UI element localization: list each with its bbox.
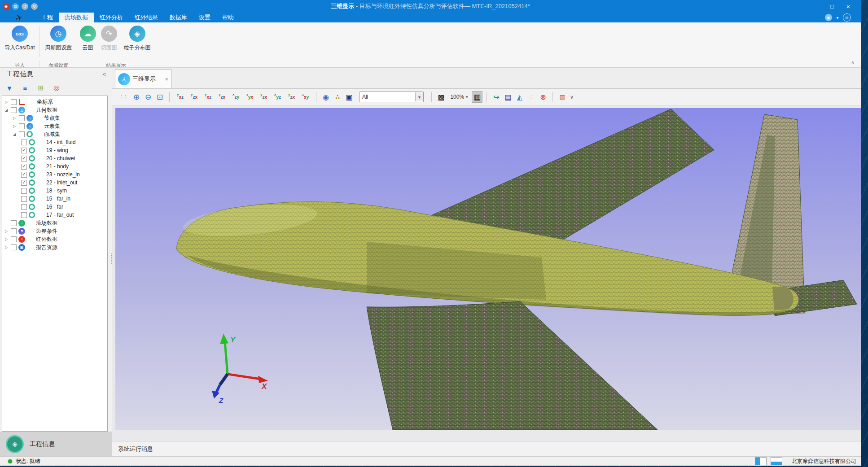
tree-item[interactable]: 17 - far_out: [2, 211, 107, 219]
transparency-icon[interactable]: ▩: [436, 91, 447, 103]
tree-checkbox[interactable]: [19, 131, 25, 137]
view-iso-1-icon[interactable]: y z x: [257, 91, 270, 103]
menu-item[interactable]: 红外分析: [94, 13, 129, 22]
tree-checkbox[interactable]: [21, 212, 27, 218]
tree-checkbox[interactable]: [11, 107, 17, 113]
slice-map-button[interactable]: ↷ 切面图: [98, 26, 119, 57]
tree-checkbox[interactable]: [19, 115, 25, 121]
view-back-icon[interactable]: y z x: [188, 91, 201, 103]
view-bottom-icon[interactable]: z y x: [243, 91, 256, 103]
tree-checkbox[interactable]: [21, 188, 27, 194]
window-layout-icon[interactable]: ▣: [825, 14, 832, 21]
caret-down-icon[interactable]: ▾: [835, 14, 840, 21]
tree-expander-icon[interactable]: ◢: [13, 132, 19, 136]
tree-checkbox[interactable]: ✓: [21, 164, 27, 170]
opacity-select[interactable]: 100% ▾: [447, 91, 471, 103]
tree-checkbox[interactable]: [21, 204, 27, 210]
tree-checkbox[interactable]: [11, 236, 17, 242]
panel-bottom-tab[interactable]: ◈ 工程信息: [0, 432, 112, 456]
view-iso-4-icon[interactable]: z x y: [299, 91, 312, 103]
tree-checkbox[interactable]: [21, 140, 27, 145]
tree-expander-icon[interactable]: ▷: [5, 229, 11, 233]
close-button[interactable]: ×: [840, 3, 856, 10]
maximize-button[interactable]: □: [824, 3, 840, 10]
grid-mode-icon[interactable]: ⊞: [36, 83, 46, 93]
menu-item[interactable]: 红外结果: [129, 13, 164, 22]
tree-item[interactable]: ✓ 21 - body: [2, 162, 107, 170]
mesh-toggle-icon[interactable]: ▦: [472, 91, 482, 103]
tree-checkbox[interactable]: [11, 244, 17, 250]
surface-filter-select[interactable]: All ▾: [359, 92, 424, 102]
tree-checkbox[interactable]: [21, 196, 27, 202]
tree-item[interactable]: ◢ 几何数据: [2, 106, 107, 114]
export-view-icon[interactable]: ↪: [491, 91, 502, 103]
particle-trace-icon[interactable]: ∴: [332, 91, 343, 103]
tree-checkbox[interactable]: ✓: [21, 172, 27, 178]
contour-map-button[interactable]: ☁ 云图: [77, 26, 98, 57]
tree-expander-icon[interactable]: ▷: [5, 100, 11, 104]
mirror-icon[interactable]: ◭: [514, 91, 525, 103]
locate-icon[interactable]: ◎: [52, 83, 61, 93]
layout-bottom-icon[interactable]: [771, 457, 782, 465]
viewport-3d-canvas[interactable]: Y X Z: [115, 108, 861, 430]
tree-item[interactable]: ✓ 20 - chuiwei: [2, 154, 107, 162]
tree-checkbox[interactable]: ✓: [21, 148, 27, 153]
tree-checkbox[interactable]: [19, 123, 25, 129]
tree-checkbox[interactable]: [11, 220, 17, 226]
tree-checkbox[interactable]: ✓: [21, 156, 27, 161]
menu-item[interactable]: 流场数据: [59, 13, 94, 22]
tree-item[interactable]: ✓ 23 - nozzle_in: [2, 170, 107, 179]
tree-checkbox[interactable]: [11, 99, 17, 105]
more-caret-icon[interactable]: ∨: [569, 91, 575, 103]
undo-icon[interactable]: ↺: [22, 3, 28, 10]
tree-item[interactable]: ▷ 元素集: [2, 122, 107, 130]
particle-distribution-button[interactable]: ◈ 粒子分布图: [119, 26, 155, 57]
tree-item[interactable]: ▷ 坐标系: [2, 98, 107, 106]
tree-expander-icon[interactable]: ▷: [5, 245, 11, 249]
snapshot-icon[interactable]: ▤: [503, 91, 513, 103]
view-right-icon[interactable]: y z x: [215, 91, 228, 103]
import-cas-dat-button[interactable]: cas 导入Cas/Dat: [0, 26, 40, 57]
tree-item[interactable]: ✓ 19 - wing: [2, 146, 107, 154]
tree-item[interactable]: 15 - far_in: [2, 195, 107, 203]
tree-item[interactable]: ▷ 报告资源: [2, 243, 107, 251]
zoom-in-icon[interactable]: ⊕: [131, 91, 142, 103]
menu-item[interactable]: 数据库: [164, 13, 193, 22]
select-region-icon[interactable]: ▣: [344, 91, 355, 103]
panel-collapse-icon[interactable]: <: [102, 71, 106, 78]
ribbon-collapse-icon[interactable]: ∧: [851, 60, 855, 65]
menu-item[interactable]: 帮助: [216, 13, 240, 22]
zoom-out-icon[interactable]: ⊖: [143, 91, 153, 103]
tree-expander-icon[interactable]: ◢: [5, 108, 11, 112]
tree-item[interactable]: ▷ 边界条件: [2, 227, 107, 235]
tab-close-icon[interactable]: ×: [165, 76, 168, 83]
remove-icon[interactable]: ⊗: [538, 91, 548, 103]
layout-split-icon[interactable]: [755, 457, 767, 465]
minimize-button[interactable]: —: [808, 3, 824, 10]
panel-splitter-handle[interactable]: ⋮⋮⋮: [109, 254, 113, 263]
tree-item[interactable]: 流场数据: [2, 219, 107, 227]
tree-checkbox[interactable]: ✓: [21, 180, 27, 186]
view-iso-3-icon[interactable]: y z x: [285, 91, 298, 103]
tree-item[interactable]: 18 - sym: [2, 187, 107, 195]
list-mode-icon[interactable]: ≡: [20, 83, 30, 93]
tab-3d-view[interactable]: Y 三维显示 ×: [115, 69, 171, 88]
menu-item[interactable]: 工程: [35, 13, 59, 22]
tree-item[interactable]: 16 - far: [2, 203, 107, 211]
view-iso-2-icon[interactable]: x y z: [271, 91, 284, 103]
camera-icon[interactable]: ◉: [320, 91, 331, 103]
tree-item[interactable]: ✓ 22 - inlet_out: [2, 179, 107, 187]
save-icon[interactable]: ▤: [12, 3, 19, 10]
zoom-fit-icon[interactable]: ⊡: [154, 91, 165, 103]
periodic-face-setting-button[interactable]: ◷ 周期面设置: [40, 26, 77, 57]
tree-checkbox[interactable]: [11, 228, 17, 234]
redo-icon[interactable]: ↻: [31, 3, 38, 10]
tree-item[interactable]: ▷ 红外数据: [2, 235, 107, 243]
menu-item[interactable]: 设置: [193, 13, 216, 22]
doc-panel-icon[interactable]: ▥: [843, 13, 851, 22]
section-box-icon[interactable]: ▥: [557, 91, 568, 103]
view-top-icon[interactable]: x z y: [229, 91, 242, 103]
tree-item[interactable]: ◢ 面域集: [2, 130, 107, 138]
toolbar-drag-handle[interactable]: ⋮⋮: [119, 91, 127, 103]
filter-icon[interactable]: ▼: [4, 83, 14, 93]
